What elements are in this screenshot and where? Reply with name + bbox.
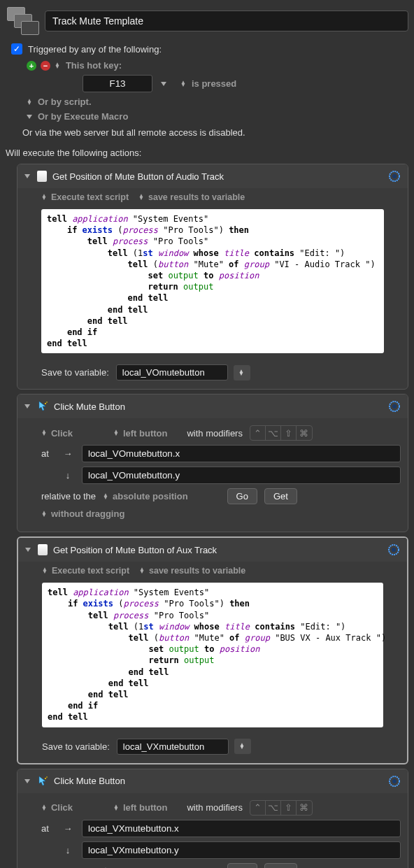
script-icon [37,171,47,182]
mouse-button-dropdown[interactable]: left button [113,802,167,813]
hotkey-state[interactable]: is pressed [192,78,236,89]
svg-point-9 [46,776,48,778]
svg-point-8 [45,778,46,779]
modifier-buttons[interactable]: ⌃ ⌥ ⇧ ⌘ [250,425,313,441]
hotkey-field[interactable] [83,75,152,92]
svg-point-1 [392,174,397,178]
click-icon [37,401,48,412]
sort-icon[interactable] [180,81,186,87]
action-script-1[interactable]: Get Position of Mute Button of Audio Tra… [17,164,408,390]
script-editor[interactable]: tell application "System Events" if exis… [42,583,383,727]
go-button[interactable]: Go [227,863,257,869]
save-results-dropdown[interactable]: save results to variable [138,192,245,202]
chevron-down-icon[interactable] [24,174,30,178]
action-title: Get Position of Mute Button of Aux Track [53,545,382,555]
relative-label: relative to the [41,866,96,869]
macro-title-input[interactable] [45,10,408,31]
sort-icon[interactable] [55,63,60,69]
arrow-right-icon: → [61,821,75,835]
action-click-1[interactable]: Click Mute Button Click left button with… [17,394,408,532]
script-icon [38,544,48,555]
add-trigger-button[interactable]: + [27,61,36,71]
triggered-label: Triggered by any of the following: [28,44,162,55]
save-var-label: Save to variable: [41,367,109,378]
or-script-label[interactable]: Or by script. [38,97,92,107]
execute-type-dropdown[interactable]: Execute text script [42,566,129,576]
click-icon [37,776,48,787]
chevron-down-icon[interactable] [234,739,251,754]
x-coord-input[interactable] [82,820,401,837]
shift-modifier[interactable]: ⇧ [281,426,297,440]
will-execute-label: Will execute the following actions: [6,148,408,158]
modifier-buttons[interactable]: ⌃ ⌥ ⇧ ⌘ [250,800,313,816]
relative-dropdown[interactable]: absolute position [103,491,188,501]
remove-trigger-button[interactable]: − [41,61,50,71]
dragging-dropdown[interactable]: without dragging [41,508,124,519]
with-modifiers-label: with modifiers [187,802,242,813]
gear-icon[interactable] [387,543,400,556]
chevron-down-icon[interactable] [234,365,250,380]
action-click-2[interactable]: Click Mute Button Click left button with… [17,769,408,869]
chevron-down-icon[interactable] [24,404,30,408]
cmd-modifier[interactable]: ⌘ [297,801,312,815]
save-var-select[interactable]: local_VOmutebutton [116,364,228,380]
click-type-dropdown[interactable]: Click [41,802,73,813]
sort-icon[interactable] [27,99,32,105]
svg-point-7 [392,548,396,552]
y-coord-input[interactable] [82,467,401,484]
click-type-dropdown[interactable]: Click [41,428,73,439]
gear-icon[interactable] [388,170,401,183]
save-var-select[interactable]: local_VXmutebutton [117,739,229,755]
triggered-checkbox[interactable]: ✓ [11,43,22,55]
relative-dropdown[interactable]: absolute position [103,866,188,869]
or-web-label: Or via the web server but all remote acc… [22,127,408,138]
ctrl-modifier[interactable]: ⌃ [250,426,266,440]
get-button[interactable]: Get [264,863,297,869]
chevron-down-icon[interactable] [161,82,166,86]
svg-point-2 [45,403,46,404]
execute-type-dropdown[interactable]: Execute text script [41,192,129,202]
chevron-down-icon[interactable] [25,548,31,552]
svg-point-3 [46,401,48,403]
chevron-down-icon[interactable] [27,115,32,119]
arrow-right-icon: → [61,447,75,461]
opt-modifier[interactable]: ⌥ [266,426,281,440]
ctrl-modifier[interactable]: ⌃ [250,801,266,815]
gear-icon[interactable] [388,775,401,788]
y-coord-input[interactable] [82,841,401,859]
macro-icon [6,6,36,36]
x-coord-input[interactable] [82,445,401,462]
arrow-down-icon: ↓ [61,843,75,857]
mouse-button-dropdown[interactable]: left button [113,428,167,439]
arrow-down-icon: ↓ [61,469,75,483]
shift-modifier[interactable]: ⇧ [281,801,297,815]
chevron-down-icon[interactable] [24,779,30,783]
action-title: Get Position of Mute Button of Audio Tra… [52,171,383,182]
go-button[interactable]: Go [227,488,257,504]
save-results-dropdown[interactable]: save results to variable [139,566,245,576]
with-modifiers-label: with modifiers [187,428,242,439]
script-editor[interactable]: tell application "System Events" if exis… [41,209,384,353]
at-label: at [41,448,54,459]
action-script-2[interactable]: Get Position of Mute Button of Aux Track… [17,536,408,764]
at-label: at [41,823,54,834]
relative-label: relative to the [41,491,96,501]
or-execute-label[interactable]: Or by Execute Macro [38,111,128,122]
svg-point-5 [392,404,397,408]
action-title: Click Mute Button [54,401,383,412]
action-title: Click Mute Button [54,776,383,786]
hotkey-label: This hot key: [66,60,122,71]
opt-modifier[interactable]: ⌥ [266,801,281,815]
save-var-label: Save to variable: [42,741,110,752]
gear-icon[interactable] [388,400,401,413]
get-button[interactable]: Get [264,488,297,504]
svg-point-11 [392,779,397,783]
cmd-modifier[interactable]: ⌘ [297,426,312,440]
